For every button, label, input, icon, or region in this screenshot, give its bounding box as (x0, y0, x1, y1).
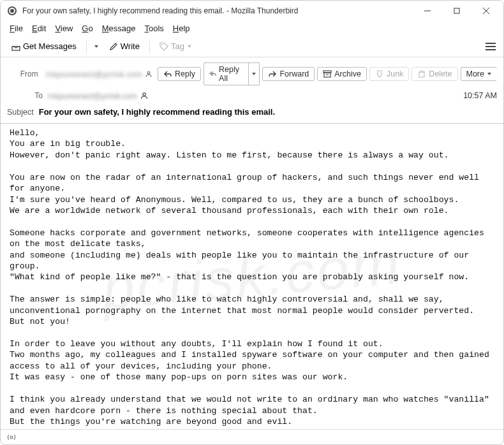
more-group: More (461, 67, 497, 81)
to-value[interactable]: miqsurexnezi@ycrisk.com (48, 91, 137, 101)
get-messages-dropdown[interactable] (91, 44, 102, 49)
reply-label: Reply (175, 69, 195, 78)
to-row: To miqsurexnezi@ycrisk.com 10:57 AM (1, 88, 503, 103)
delete-button[interactable]: Delete (411, 67, 457, 81)
tag-icon (159, 42, 168, 51)
contact-icon[interactable] (145, 69, 152, 78)
archive-icon (323, 69, 332, 78)
statusbar (1, 429, 503, 444)
write-label: Write (121, 41, 140, 51)
get-messages-label: Get Messages (23, 41, 77, 51)
message-headers: From miqsurexnezi@ycrisk.com Reply Reply… (1, 57, 503, 124)
menu-file[interactable]: File (6, 22, 27, 34)
header-action-row: From miqsurexnezi@ycrisk.com Reply Reply… (1, 60, 503, 88)
toolbar: Get Messages Write Tag (1, 36, 503, 57)
from-label: From (7, 69, 38, 78)
svg-point-8 (161, 44, 163, 45)
reply-button[interactable]: Reply (158, 67, 201, 81)
svg-point-9 (147, 71, 150, 74)
titlebar: For your own safety, I highly recommend … (1, 1, 503, 21)
window-controls (413, 1, 501, 21)
junk-label: Junk (387, 69, 403, 78)
inbox-icon (11, 42, 20, 51)
from-value[interactable]: miqsurexnezi@ycrisk.com (46, 69, 142, 79)
close-button[interactable] (471, 1, 501, 21)
reply-icon (163, 69, 172, 78)
junk-icon (375, 69, 384, 78)
forward-button[interactable]: Forward (262, 67, 315, 81)
svg-point-17 (10, 436, 13, 439)
forward-label: Forward (279, 69, 309, 78)
reply-all-group: Reply All (204, 62, 260, 85)
minimize-button[interactable] (413, 1, 442, 21)
write-button[interactable]: Write (103, 38, 145, 54)
svg-rect-4 (454, 8, 459, 13)
svg-rect-7 (12, 47, 20, 50)
menu-edit[interactable]: Edit (28, 22, 50, 34)
subject-label: Subject (7, 108, 34, 117)
tag-label: Tag (171, 41, 184, 51)
divider (149, 40, 150, 53)
subject-row: Subject For your own safety, I highly re… (1, 103, 503, 123)
reply-all-button[interactable]: Reply All (204, 62, 248, 85)
connection-icon[interactable] (7, 433, 16, 442)
divider (86, 40, 87, 53)
contact-icon[interactable] (140, 91, 149, 100)
to-label: To (7, 91, 43, 100)
forward-icon (268, 69, 277, 78)
reply-all-icon (209, 69, 216, 78)
application-window: For your own safety, I highly recommend … (0, 0, 504, 445)
reply-all-label: Reply All (219, 65, 243, 83)
pencil-icon (109, 42, 118, 51)
subject-text: For your own safety, I highly recommend … (39, 107, 275, 117)
message-body: Hello, You are in big trouble. However, … (10, 128, 494, 429)
menubar: File Edit View Go Message Tools Help (1, 21, 503, 36)
app-icon (7, 6, 17, 16)
menu-message[interactable]: Message (98, 22, 140, 34)
more-label: More (466, 69, 484, 78)
maximize-button[interactable] (442, 1, 471, 21)
delete-label: Delete (429, 69, 452, 78)
get-messages-button[interactable]: Get Messages (6, 38, 82, 54)
archive-button[interactable]: Archive (317, 67, 367, 81)
reply-all-dropdown[interactable] (248, 62, 260, 85)
tag-button[interactable]: Tag (154, 38, 198, 54)
app-menu-button[interactable] (483, 39, 498, 54)
window-title: For your own safety, I highly recommend … (22, 6, 413, 15)
archive-label: Archive (334, 69, 361, 78)
menu-help[interactable]: Help (169, 22, 194, 34)
message-body-area[interactable]: pcrisk.com Hello, You are in big trouble… (1, 124, 503, 429)
svg-rect-13 (419, 72, 424, 77)
menu-go[interactable]: Go (78, 22, 96, 34)
menu-view[interactable]: View (51, 22, 77, 34)
junk-button[interactable]: Junk (369, 67, 409, 81)
message-time: 10:57 AM (463, 91, 497, 100)
menu-tools[interactable]: Tools (140, 22, 167, 34)
svg-point-2 (10, 9, 14, 13)
trash-icon (417, 69, 426, 78)
more-button[interactable]: More (461, 67, 497, 81)
svg-point-16 (142, 93, 145, 96)
